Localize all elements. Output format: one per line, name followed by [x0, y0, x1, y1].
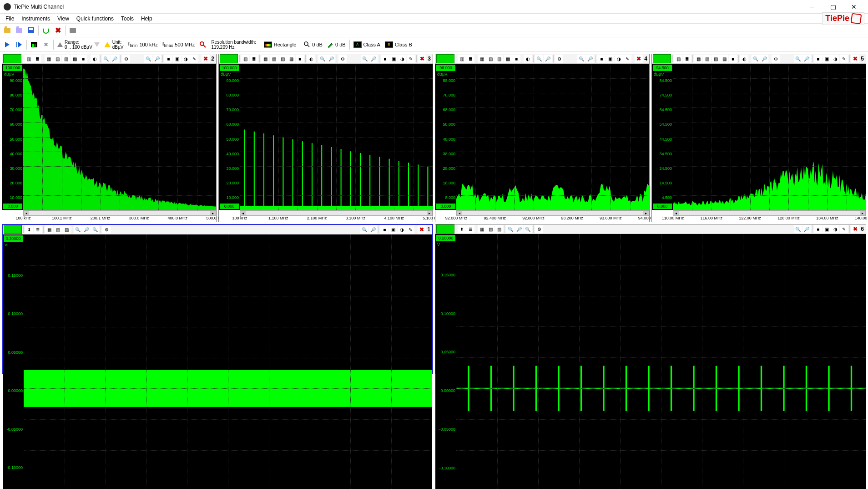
- panel-tb-btn[interactable]: ▦: [478, 55, 486, 63]
- fmin-control[interactable]: ffmin 100 kHz: [126, 38, 159, 51]
- panel-tb-btn[interactable]: ▣: [823, 225, 831, 233]
- panel-tb-btn[interactable]: 🔍: [535, 55, 543, 63]
- panel-tb-btn[interactable]: 🔎: [515, 225, 523, 233]
- panel-tb-btn[interactable]: ◑: [615, 55, 623, 63]
- graph-panel-4[interactable]: ▥≣▦▧▨▩■◐🔍🔎⚙ 🔍🔎■▣◑✎ ✖ 4 98.000 dBµV 88.00…: [435, 54, 650, 222]
- panel-close-button[interactable]: ✖: [418, 55, 426, 63]
- panel-tb-btn[interactable]: ▦: [694, 55, 702, 63]
- panel-tb-btn[interactable]: ▣: [173, 55, 181, 63]
- db1-control[interactable]: 0 dB: [302, 38, 324, 51]
- panel-tb-btn[interactable]: ◐: [91, 55, 99, 63]
- window-control[interactable]: Rectangle: [262, 38, 298, 51]
- panel-tb-btn[interactable]: ◑: [831, 225, 839, 233]
- menu-file[interactable]: File: [2, 15, 18, 23]
- graph-panel-6[interactable]: ⬍≣▦▧▨🔍🔎🔍⚙ 🔍🔎■▣◑✎ ✖ 6 0.20000 V 0.150000.…: [435, 224, 866, 374]
- plot-canvas[interactable]: [456, 234, 866, 489]
- panel-tb-btn[interactable]: ▨: [712, 55, 720, 63]
- panel-tb-btn[interactable]: ▨: [62, 55, 70, 63]
- plot-canvas[interactable]: [456, 64, 649, 210]
- open-measurement-button[interactable]: [14, 25, 25, 36]
- menu-view[interactable]: View: [54, 15, 73, 23]
- fmax-control[interactable]: ffmax 500 MHz: [161, 38, 197, 51]
- panel-tb-btn[interactable]: ■: [512, 55, 520, 63]
- panel-tb-btn[interactable]: ▣: [606, 55, 614, 63]
- panel-tb-btn[interactable]: ▩: [71, 55, 79, 63]
- menu-quick-functions[interactable]: Quick functions: [73, 15, 117, 23]
- panel-tb-btn[interactable]: ⚙: [122, 55, 130, 63]
- panel-tb-btn[interactable]: ◐: [524, 55, 532, 63]
- x-axis[interactable]: ◂ ▸ 110.00 MHz116.00 MHz122.00 MHz128.00…: [673, 210, 866, 222]
- panel-tb-btn[interactable]: 🔎: [369, 225, 377, 234]
- panel-tb-btn[interactable]: ▨: [62, 225, 71, 234]
- panel-tb-btn[interactable]: ≣: [683, 55, 691, 63]
- scroll-right[interactable]: ▸: [860, 211, 865, 215]
- panel-tb-btn[interactable]: ✎: [407, 55, 415, 63]
- close-button[interactable]: ✕: [843, 0, 864, 14]
- panel-tb-btn[interactable]: ✎: [190, 55, 198, 63]
- scroll-left[interactable]: ◂: [240, 211, 246, 215]
- x-axis[interactable]: ◂ ▸ 100 kHz1.100 MHz2.100 MHz3.100 MHz4.…: [240, 210, 433, 222]
- panel-tb-btn[interactable]: 🔍: [102, 55, 110, 63]
- y-axis[interactable]: 0.20000 V 0.150000.100000.050000.00000-0…: [435, 234, 456, 489]
- panel-tb-btn[interactable]: ⚙: [555, 55, 563, 63]
- zoom-button[interactable]: [197, 39, 208, 50]
- rbw-control[interactable]: Resolution bandwidth: 119.209 Hz: [209, 38, 257, 51]
- panel-tb-btn[interactable]: ▣: [823, 55, 831, 63]
- panel-close-button[interactable]: ✖: [851, 225, 859, 233]
- menu-help[interactable]: Help: [137, 15, 156, 23]
- scroll-right[interactable]: ▸: [210, 211, 216, 215]
- refresh-button[interactable]: [40, 25, 51, 36]
- panel-tb-btn[interactable]: ▧: [270, 55, 278, 63]
- save-button[interactable]: [25, 25, 36, 36]
- x-scrollbar[interactable]: ◂ ▸: [23, 210, 216, 216]
- panel-tb-btn[interactable]: 🔍: [524, 225, 532, 233]
- class-b-control[interactable]: B Class B: [383, 38, 414, 51]
- panel-close-button[interactable]: ✖: [851, 55, 859, 63]
- open-button[interactable]: [2, 25, 13, 36]
- panel-tb-btn[interactable]: ▧: [53, 55, 61, 63]
- panel-tb-btn[interactable]: 🔍: [794, 225, 802, 233]
- panel-tb-btn[interactable]: 🔎: [82, 225, 91, 234]
- panel-tb-btn[interactable]: ■: [380, 225, 389, 234]
- x-axis[interactable]: ◂ ▸ 92.000 MHz92.400 MHz92.800 MHz93.200…: [456, 210, 649, 222]
- panel-tb-btn[interactable]: ■: [729, 55, 737, 63]
- panel-tb-btn[interactable]: ▨: [278, 55, 287, 63]
- x-axis[interactable]: ◂ ▸ 100 kHz100.1 MHz200.1 MHz300.0 MHz40…: [23, 210, 216, 222]
- panel-tb-btn[interactable]: ⚙: [535, 225, 543, 233]
- panel-tb-btn[interactable]: 🔍: [74, 225, 82, 234]
- panel-tb-btn[interactable]: ▥: [241, 55, 249, 63]
- brand-logo[interactable]: TiePie: [822, 12, 864, 25]
- panel-tb-btn[interactable]: ▣: [389, 225, 397, 234]
- panel-tb-btn[interactable]: 🔍: [144, 55, 152, 63]
- plot-canvas[interactable]: [23, 64, 216, 210]
- panel-tb-btn[interactable]: 🔍: [361, 55, 369, 63]
- panel-tb-btn[interactable]: ◐: [307, 55, 315, 63]
- panel-close-button[interactable]: ✖: [202, 55, 210, 63]
- plot-canvas[interactable]: [673, 64, 866, 210]
- panel-tb-btn[interactable]: ▩: [504, 55, 512, 63]
- panel-tb-btn[interactable]: ▧: [486, 55, 495, 63]
- panel-tb-btn[interactable]: ■: [381, 55, 389, 63]
- panel-tb-btn[interactable]: ▨: [495, 225, 503, 233]
- x-scrollbar[interactable]: ◂ ▸: [456, 210, 649, 216]
- y-axis[interactable]: 98.000 dBµV 88.00078.00068.00058.00048.0…: [435, 64, 456, 210]
- panel-tb-btn[interactable]: ⚙: [772, 55, 780, 63]
- scroll-left[interactable]: ◂: [673, 211, 679, 215]
- scroll-left[interactable]: ◂: [457, 211, 462, 215]
- panel-tb-btn[interactable]: ■: [79, 55, 87, 63]
- panel-tb-btn[interactable]: ✎: [406, 225, 414, 234]
- db2-control[interactable]: 0 dB: [325, 38, 348, 51]
- panel-tb-btn[interactable]: ≣: [34, 225, 42, 234]
- panel-tb-btn[interactable]: ▦: [45, 225, 53, 234]
- channel-tab[interactable]: [3, 54, 21, 63]
- panel-close-button[interactable]: ✖: [418, 225, 426, 234]
- panel-tb-btn[interactable]: 🔎: [369, 55, 378, 63]
- panel-tb-btn[interactable]: ▦: [45, 55, 53, 63]
- menu-instruments[interactable]: Instruments: [18, 15, 54, 23]
- panel-tb-btn[interactable]: ▧: [703, 55, 711, 63]
- panel-tb-btn[interactable]: ▩: [287, 55, 295, 63]
- panel-tb-btn[interactable]: ▥: [25, 55, 33, 63]
- spectrum-button[interactable]: [29, 39, 40, 50]
- menu-tools[interactable]: Tools: [117, 15, 137, 23]
- panel-tb-btn[interactable]: 🔎: [802, 225, 811, 233]
